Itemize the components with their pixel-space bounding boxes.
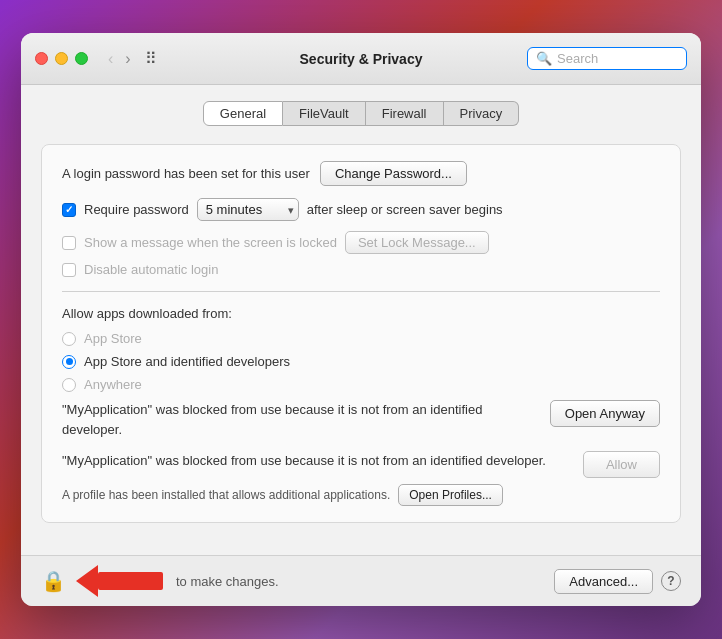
help-button[interactable]: ? bbox=[661, 571, 681, 591]
after-sleep-label: after sleep or screen saver begins bbox=[307, 202, 503, 217]
bottom-right: Advanced... ? bbox=[554, 569, 681, 594]
bottom-bar: 🔒 to make changes. Advanced... ? bbox=[21, 555, 701, 606]
login-password-label: A login password has been set for this u… bbox=[62, 166, 310, 181]
password-timeout-select-wrap: 5 minutes immediately 1 minute 15 minute… bbox=[197, 198, 299, 221]
radio-app-store-devs: App Store and identified developers bbox=[62, 354, 660, 369]
set-lock-message-button[interactable]: Set Lock Message... bbox=[345, 231, 489, 254]
blocked-row-1: "MyApplication" was blocked from use bec… bbox=[62, 400, 660, 445]
radio-app-store-devs-btn[interactable] bbox=[62, 355, 76, 369]
nav-arrows: ‹ › bbox=[104, 49, 135, 69]
tab-filevault[interactable]: FileVault bbox=[283, 101, 366, 126]
tabs-row: General FileVault Firewall Privacy bbox=[41, 101, 681, 126]
profile-row: A profile has been installed that allows… bbox=[62, 484, 660, 506]
require-password-label: Require password bbox=[84, 202, 189, 217]
fullscreen-button[interactable] bbox=[75, 52, 88, 65]
arrow-head bbox=[76, 565, 98, 597]
password-timeout-select[interactable]: 5 minutes immediately 1 minute 15 minute… bbox=[197, 198, 299, 221]
anywhere-label: Anywhere bbox=[84, 377, 142, 392]
tab-general[interactable]: General bbox=[203, 101, 283, 126]
allow-button[interactable]: Allow bbox=[583, 451, 660, 478]
radio-app-store: App Store bbox=[62, 331, 660, 346]
traffic-lights bbox=[35, 52, 88, 65]
search-icon: 🔍 bbox=[536, 51, 552, 66]
require-password-checkbox[interactable] bbox=[62, 203, 76, 217]
allow-apps-section: Allow apps downloaded from: App Store Ap… bbox=[62, 306, 660, 506]
change-password-button[interactable]: Change Password... bbox=[320, 161, 467, 186]
blocked-text-2: "MyApplication" was blocked from use bec… bbox=[62, 451, 546, 471]
close-button[interactable] bbox=[35, 52, 48, 65]
settings-section: A login password has been set for this u… bbox=[41, 144, 681, 523]
forward-button[interactable]: › bbox=[121, 49, 134, 69]
app-store-label: App Store bbox=[84, 331, 142, 346]
lock-icon[interactable]: 🔒 bbox=[41, 569, 66, 593]
red-arrow bbox=[76, 566, 166, 596]
content-area: General FileVault Firewall Privacy A log… bbox=[21, 85, 701, 555]
window-title: Security & Privacy bbox=[300, 51, 423, 67]
show-message-label: Show a message when the screen is locked bbox=[84, 235, 337, 250]
back-button[interactable]: ‹ bbox=[104, 49, 117, 69]
window: ‹ › ⠿ Security & Privacy 🔍 General FileV… bbox=[21, 33, 701, 606]
radio-anywhere-btn[interactable] bbox=[62, 378, 76, 392]
open-anyway-button[interactable]: Open Anyway bbox=[550, 400, 660, 427]
radio-anywhere: Anywhere bbox=[62, 377, 660, 392]
disable-login-row: Disable automatic login bbox=[62, 262, 660, 277]
tab-privacy[interactable]: Privacy bbox=[444, 101, 520, 126]
tab-firewall[interactable]: Firewall bbox=[366, 101, 444, 126]
allow-apps-title: Allow apps downloaded from: bbox=[62, 306, 660, 321]
search-box: 🔍 bbox=[527, 47, 687, 70]
click-to-change-label: to make changes. bbox=[176, 574, 544, 589]
show-message-checkbox[interactable] bbox=[62, 236, 76, 250]
divider bbox=[62, 291, 660, 292]
disable-login-checkbox[interactable] bbox=[62, 263, 76, 277]
show-message-row: Show a message when the screen is locked… bbox=[62, 231, 660, 254]
blocked-text-1: "MyApplication" was blocked from use bec… bbox=[62, 400, 540, 439]
advanced-button[interactable]: Advanced... bbox=[554, 569, 653, 594]
arrow-body bbox=[98, 572, 163, 590]
profile-text: A profile has been installed that allows… bbox=[62, 488, 390, 502]
login-password-row: A login password has been set for this u… bbox=[62, 161, 660, 186]
disable-login-label: Disable automatic login bbox=[84, 262, 218, 277]
blocked-row-2: "MyApplication" was blocked from use bec… bbox=[62, 451, 660, 478]
require-password-row: Require password 5 minutes immediately 1… bbox=[62, 198, 660, 221]
app-store-devs-label: App Store and identified developers bbox=[84, 354, 290, 369]
minimize-button[interactable] bbox=[55, 52, 68, 65]
open-profiles-button[interactable]: Open Profiles... bbox=[398, 484, 503, 506]
grid-icon[interactable]: ⠿ bbox=[145, 49, 157, 68]
radio-app-store-btn[interactable] bbox=[62, 332, 76, 346]
search-input[interactable] bbox=[557, 51, 678, 66]
titlebar: ‹ › ⠿ Security & Privacy 🔍 bbox=[21, 33, 701, 85]
